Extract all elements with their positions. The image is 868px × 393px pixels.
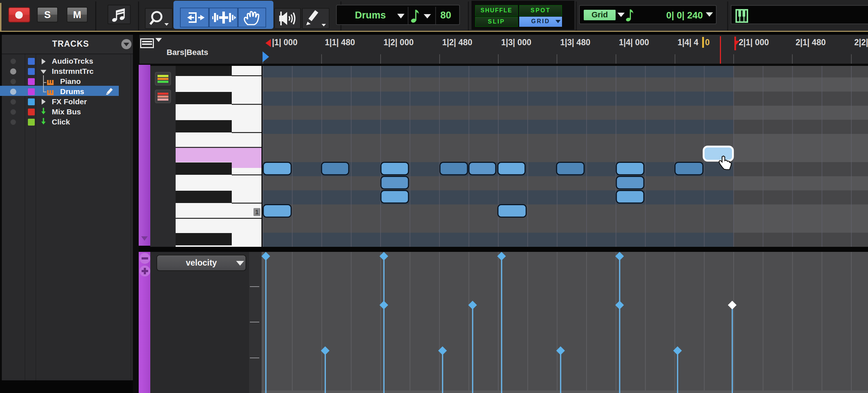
svg-text:1: 1 (255, 209, 259, 216)
